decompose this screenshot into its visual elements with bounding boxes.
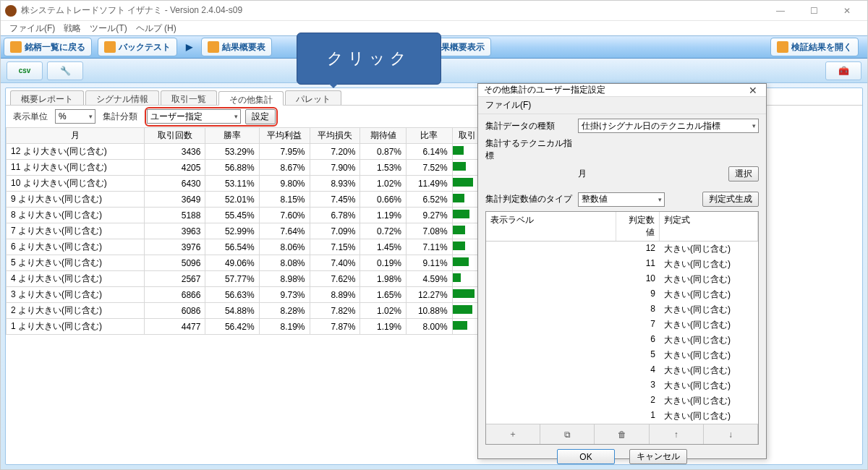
summary-button-1[interactable]: 結果概要表 <box>201 38 272 56</box>
numtype-select[interactable]: 整数値 <box>578 192 665 207</box>
tab-signal[interactable]: シグナル情報 <box>85 90 159 105</box>
dialog-titlebar: その他集計のユーザー指定設定 ✕ <box>478 84 766 97</box>
type-select[interactable]: 仕掛けシグナル日のテクニカル指標 <box>578 119 759 133</box>
misc-button[interactable]: 🧰 <box>825 61 861 80</box>
folder-icon <box>777 41 788 53</box>
tab-other[interactable]: その他集計 <box>218 91 284 106</box>
list-item[interactable]: 4大きい(同じ含む) <box>486 363 758 378</box>
backtest-button[interactable]: バックテスト <box>98 38 177 56</box>
dialog-close-button[interactable]: ✕ <box>746 85 760 96</box>
list-col-label[interactable]: 表示ラベル <box>486 212 616 241</box>
table-row[interactable]: 3 より大きい(同じ含む)686656.63%9.73%8.89%1.65%12… <box>7 287 483 303</box>
list-item[interactable]: 12大きい(同じ含む) <box>486 242 758 257</box>
table-row[interactable]: 11 より大きい(同じ含む)420556.88%8.67%7.90%1.53%7… <box>7 160 483 176</box>
book-icon <box>208 41 219 53</box>
user-settings-dialog: その他集計のユーザー指定設定 ✕ ファイル(F) 集計データの種類 仕掛けシグナ… <box>477 83 767 459</box>
dialog-title: その他集計のユーザー指定設定 <box>484 84 746 96</box>
list-item[interactable]: 10大きい(同じ含む) <box>486 272 758 287</box>
group-label: 集計分類 <box>103 111 137 123</box>
table-row[interactable]: 8 より大きい(同じ含む)518855.45%7.60%6.78%1.19%9.… <box>7 208 483 223</box>
menu-file[interactable]: ファイル(F) <box>7 22 58 34</box>
app-icon <box>5 5 17 17</box>
unit-label: 表示単位 <box>13 111 48 123</box>
highlighted-controls: ユーザー指定 設定 <box>145 107 278 127</box>
open-results-button[interactable]: 検証結果を開く <box>770 38 859 56</box>
list-col-value[interactable]: 判定数値 <box>616 212 660 241</box>
list-col-formula[interactable]: 判定式 <box>660 212 758 241</box>
movedown-button[interactable]: ↓ <box>704 424 758 444</box>
menu-strategy[interactable]: 戦略 <box>61 22 84 34</box>
list-item[interactable]: 11大きい(同じ含む) <box>486 257 758 272</box>
play-button[interactable]: ▶ <box>183 38 195 56</box>
indicator-label: 集計するテクニカル指標 <box>485 137 572 162</box>
copy-button[interactable]: ⧉ <box>540 424 595 444</box>
result-table: 月 取引回数 勝率 平均利益 平均損失 期待値 比率 取引 12 より大きい(同… <box>6 127 483 335</box>
dialog-menu-file[interactable]: ファイル(F) <box>485 100 531 110</box>
delete-button[interactable]: 🗑 <box>595 424 649 444</box>
settings-button[interactable]: 設定 <box>245 109 276 124</box>
table-row[interactable]: 2 より大きい(同じ含む)608654.88%8.28%7.82%1.02%10… <box>7 303 483 319</box>
list-item[interactable]: 8大きい(同じ含む) <box>486 302 758 317</box>
list-item[interactable]: 5大きい(同じ含む) <box>486 348 758 363</box>
wrench-icon: 🔧 <box>60 66 71 76</box>
unit-select[interactable]: % <box>55 109 95 124</box>
menu-help[interactable]: ヘルプ (H) <box>133 22 179 34</box>
list-item[interactable]: 2大きい(同じ含む) <box>486 393 758 409</box>
table-row[interactable]: 4 より大きい(同じ含む)256757.77%8.98%7.62%1.98%4.… <box>7 271 483 287</box>
col-count[interactable]: 取引回数 <box>144 128 205 144</box>
col-avgloss[interactable]: 平均損失 <box>310 128 360 144</box>
table-row[interactable]: 12 より大きい(同じ含む)343653.29%7.95%7.20%0.87%6… <box>7 144 483 160</box>
table-row[interactable]: 10 より大きい(同じ含む)643053.11%9.80%8.93%1.02%1… <box>7 176 483 192</box>
close-button[interactable]: ✕ <box>831 2 863 20</box>
col-expect[interactable]: 期待値 <box>360 128 407 144</box>
select-indicator-button[interactable]: 選択 <box>728 166 759 181</box>
moveup-button[interactable]: ↑ <box>650 424 704 444</box>
list-icon <box>10 41 22 53</box>
menu-tool[interactable]: ツール(T) <box>87 22 129 34</box>
dialog-footer: OK キャンセル <box>478 449 766 464</box>
list-item[interactable]: 1大きい(同じ含む) <box>486 409 758 424</box>
dialog-body: 集計データの種類 仕掛けシグナル日のテクニカル指標 集計するテクニカル指標 月 … <box>478 114 766 449</box>
table-row[interactable]: 9 より大きい(同じ含む)364952.01%8.15%7.45%0.66%6.… <box>7 192 483 208</box>
generate-button[interactable]: 判定式生成 <box>702 192 759 207</box>
table-row[interactable]: 1 より大きい(同じ含む)447756.42%8.19%7.87%1.19%8.… <box>7 319 483 335</box>
table-row[interactable]: 5 より大きい(同じ含む)509649.06%8.08%7.40%0.19%9.… <box>7 255 483 271</box>
list-item[interactable]: 6大きい(同じ含む) <box>486 333 758 348</box>
maximize-button[interactable]: ☐ <box>798 2 830 20</box>
list-item[interactable]: 9大きい(同じ含む) <box>486 287 758 302</box>
window-title: 株システムトレードソフト イザナミ - Version 2.4.04-s09 <box>21 4 765 17</box>
tab-trades[interactable]: 取引一覧 <box>161 90 217 105</box>
ok-button[interactable]: OK <box>557 449 615 464</box>
titlebar: 株システムトレードソフト イザナミ - Version 2.4.04-s09 ―… <box>1 1 867 21</box>
table-row[interactable]: 6 より大きい(同じ含む)397656.54%8.06%7.15%1.45%7.… <box>7 239 483 255</box>
minimize-button[interactable]: ― <box>765 2 796 20</box>
col-winrate[interactable]: 勝率 <box>205 128 259 144</box>
numtype-label: 集計判定数値のタイプ <box>485 193 572 205</box>
list-toolbar: ＋ ⧉ 🗑 ↑ ↓ <box>486 424 758 444</box>
type-label: 集計データの種類 <box>485 120 572 132</box>
click-callout: クリック <box>297 33 441 85</box>
misc-icon: 🧰 <box>838 66 849 76</box>
col-avgprofit[interactable]: 平均利益 <box>259 128 310 144</box>
dialog-menu: ファイル(F) <box>478 97 766 114</box>
table-row[interactable]: 7 より大きい(同じ含む)396352.99%7.64%7.09%0.72%7.… <box>7 223 483 239</box>
criteria-list: 表示ラベル 判定数値 判定式 12大きい(同じ含む)11大きい(同じ含む)10大… <box>485 211 759 445</box>
list-item[interactable]: 3大きい(同じ含む) <box>486 378 758 393</box>
cancel-button[interactable]: キャンセル <box>629 449 687 464</box>
tools-button[interactable]: 🔧 <box>47 61 83 80</box>
group-select[interactable]: ユーザー指定 <box>147 109 241 124</box>
csv-icon: csv <box>19 67 31 74</box>
col-ratio[interactable]: 比率 <box>407 128 453 144</box>
indicator-value: 月 <box>578 168 723 180</box>
tab-report[interactable]: 概要レポート <box>10 90 84 105</box>
shield-icon <box>104 41 116 53</box>
back-to-list-button[interactable]: 銘柄一覧に戻る <box>4 38 92 56</box>
add-button[interactable]: ＋ <box>486 424 540 444</box>
list-item[interactable]: 7大きい(同じ含む) <box>486 317 758 333</box>
csv-export-button[interactable]: csv <box>7 61 43 80</box>
col-month[interactable]: 月 <box>7 128 145 144</box>
